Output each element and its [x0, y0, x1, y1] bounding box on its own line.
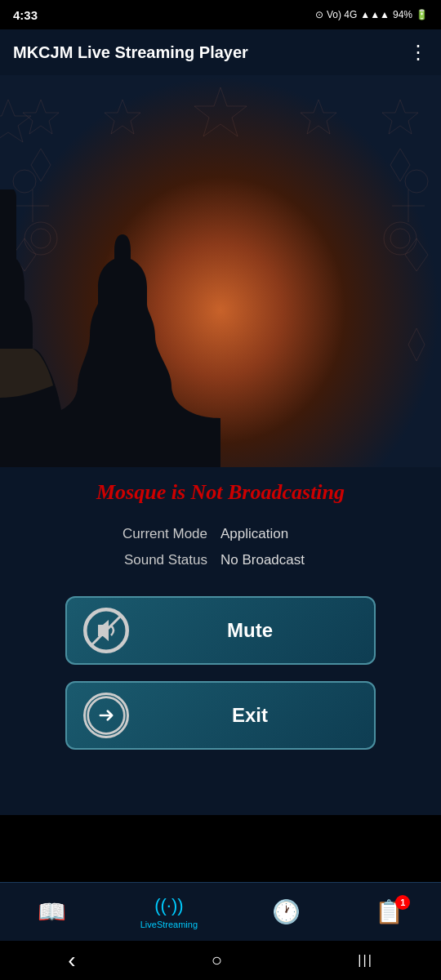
app-bar: MKCJM Live Streaming Player ⋮	[0, 29, 441, 75]
livestreaming-label: LiveStreaming	[140, 920, 198, 929]
svg-point-10	[384, 222, 416, 255]
nav-item-notes[interactable]: 📋 1	[375, 898, 403, 925]
broadcast-status: Mosque is Not Broadcasting	[0, 467, 441, 511]
nav-item-livestreaming[interactable]: ((·)) LiveStreaming	[140, 895, 198, 929]
battery-icon: 🔋	[416, 9, 428, 20]
status-icons: ⊙ Vo) 4G ▲▲▲ 94% 🔋	[315, 9, 428, 20]
exit-button[interactable]: Exit	[65, 681, 376, 750]
mute-icon-circle	[83, 608, 129, 653]
nav-item-books[interactable]: 📖	[38, 898, 66, 925]
svg-marker-1	[105, 100, 140, 134]
back-button[interactable]: ‹	[68, 947, 75, 973]
info-grid: Current Mode Application Sound Status No…	[0, 511, 441, 583]
mosque-silhouette	[0, 189, 220, 467]
svg-marker-4	[382, 100, 418, 134]
sound-status-label: Sound Status	[24, 547, 220, 573]
extra-space	[0, 766, 441, 815]
mute-button[interactable]: Mute	[65, 596, 376, 665]
svg-line-24	[91, 616, 121, 645]
buttons-section: Mute Exit	[0, 583, 441, 766]
hero-section	[0, 75, 441, 467]
current-mode-value: Application	[220, 521, 416, 547]
clock-icon: 🕐	[272, 898, 301, 925]
bottom-nav: 📖 ((·)) LiveStreaming 🕐 📋 1	[0, 882, 441, 941]
broadcast-text: Mosque is Not Broadcasting	[96, 480, 345, 504]
nav-item-clock[interactable]: 🕐	[272, 898, 301, 925]
network-label: Vo) 4G	[327, 9, 357, 20]
svg-marker-3	[301, 100, 336, 134]
home-button[interactable]: ○	[212, 950, 222, 971]
svg-point-12	[390, 229, 410, 248]
menu-icon[interactable]: ⋮	[408, 41, 428, 64]
app-title: MKCJM Live Streaming Player	[13, 43, 248, 62]
svg-marker-21	[0, 100, 31, 142]
notes-badge: 1	[395, 895, 410, 910]
battery-label: 94%	[393, 9, 412, 20]
svg-marker-16	[408, 328, 425, 361]
mute-label: Mute	[142, 619, 358, 642]
exit-label: Exit	[142, 704, 358, 727]
status-time: 4:33	[13, 8, 38, 22]
signal-icon: ⊙	[315, 9, 323, 20]
system-nav: ‹ ○ |||	[0, 941, 441, 980]
recent-button[interactable]: |||	[358, 953, 372, 968]
sound-status-value: No Broadcast	[220, 547, 416, 573]
svg-marker-5	[31, 149, 51, 181]
signal-bars: ▲▲▲	[360, 9, 390, 20]
livestreaming-icon: ((·))	[154, 895, 183, 916]
svg-marker-6	[390, 149, 410, 181]
current-mode-label: Current Mode	[24, 521, 220, 547]
svg-marker-2	[194, 87, 247, 136]
books-icon: 📖	[38, 898, 66, 925]
status-bar: 4:33 ⊙ Vo) 4G ▲▲▲ 94% 🔋	[0, 0, 441, 29]
exit-icon-circle	[83, 693, 129, 738]
svg-marker-0	[23, 100, 59, 134]
svg-point-14	[405, 170, 428, 193]
